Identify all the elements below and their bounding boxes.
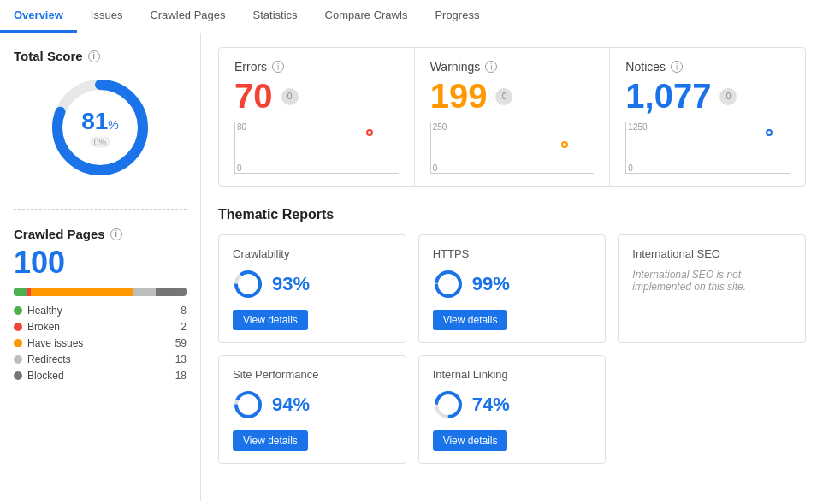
issues-dot xyxy=(14,339,22,347)
crawlability-pct: 93% xyxy=(272,273,310,295)
tab-bar: Overview Issues Crawled Pages Statistics… xyxy=(0,0,823,33)
pages-progress-bar xyxy=(14,288,187,296)
legend-have-issues: Have issues 59 xyxy=(14,337,187,349)
score-circle: 81% 0% xyxy=(44,72,156,183)
notices-delta: 0 xyxy=(719,88,737,105)
warnings-chart-min: 0 xyxy=(433,163,438,173)
notices-chart-dot xyxy=(766,129,773,136)
errors-chart-max: 80 xyxy=(237,122,246,132)
report-internal-linking: Internal Linking 74% View details xyxy=(418,355,607,464)
warnings-chart-max: 250 xyxy=(433,122,447,132)
https-title: HTTPS xyxy=(433,247,592,260)
total-score-title: Total Score i xyxy=(14,49,187,63)
errors-title: Errors xyxy=(234,60,267,74)
score-pct: % xyxy=(108,118,118,132)
site-perf-pct: 94% xyxy=(272,394,310,416)
reports-grid-row1: Crawlability 93% View details xyxy=(218,234,806,343)
svg-point-7 xyxy=(236,393,260,417)
tab-crawled-pages[interactable]: Crawled Pages xyxy=(136,0,239,33)
redirects-dot xyxy=(14,355,22,364)
healthy-dot xyxy=(14,306,22,315)
https-view-details[interactable]: View details xyxy=(433,310,508,330)
site-perf-title: Site Performance xyxy=(233,368,392,381)
notices-title: Notices xyxy=(625,60,666,74)
crawlability-donut xyxy=(233,269,263,299)
errors-delta: 0 xyxy=(281,88,299,105)
site-perf-donut xyxy=(233,389,263,420)
score-value: 81 xyxy=(81,108,108,134)
metric-notices: Notices i 1,077 0 1250 0 xyxy=(610,48,805,186)
total-score-section: Total Score i 81% 0% xyxy=(14,49,187,192)
reports-grid-row2: Site Performance 94% View details xyxy=(218,355,806,464)
legend-healthy: Healthy 8 xyxy=(14,305,187,317)
pages-legend: Healthy 8 Broken 2 Have issues xyxy=(14,305,187,382)
tab-overview[interactable]: Overview xyxy=(0,0,77,33)
errors-chart: 80 0 xyxy=(234,122,399,174)
internal-linking-title: Internal Linking xyxy=(433,368,592,381)
intl-seo-message: International SEO is not implemented on … xyxy=(632,269,791,293)
metric-errors: Errors i 70 0 80 0 xyxy=(219,48,415,186)
https-donut xyxy=(433,269,464,299)
warnings-delta: 0 xyxy=(495,88,512,105)
tab-progress[interactable]: Progress xyxy=(421,0,493,33)
notices-chart: 1250 0 xyxy=(625,122,790,174)
crawlability-view-details[interactable]: View details xyxy=(233,310,308,330)
broken-label: Broken xyxy=(27,321,60,333)
pb-blocked xyxy=(156,288,187,296)
broken-dot xyxy=(14,323,22,331)
svg-point-5 xyxy=(436,272,460,296)
issues-label: Have issues xyxy=(27,337,83,349)
blocked-dot xyxy=(14,371,22,380)
notices-chart-max: 1250 xyxy=(628,122,647,132)
thematic-reports-section: Thematic Reports Crawlability 93% xyxy=(218,207,806,464)
notices-info-icon[interactable]: i xyxy=(671,61,683,73)
total-score-info-icon[interactable]: i xyxy=(88,50,100,62)
pb-issues xyxy=(31,288,133,296)
errors-chart-dot xyxy=(366,129,373,136)
report-https: HTTPS 99% View details xyxy=(418,234,607,343)
tab-compare-crawls[interactable]: Compare Crawls xyxy=(311,0,422,33)
score-inner: 81% 0% xyxy=(81,108,119,148)
notices-chart-min: 0 xyxy=(628,163,633,173)
thematic-reports-heading: Thematic Reports xyxy=(218,207,806,222)
tab-statistics[interactable]: Statistics xyxy=(240,0,311,33)
crawled-pages-section: Crawled Pages i 100 Healthy 8 xyxy=(14,227,187,382)
crawlability-title: Crawlability xyxy=(233,247,392,260)
report-international-seo: International SEO International SEO is n… xyxy=(618,234,806,343)
crawled-pages-title: Crawled Pages i xyxy=(14,227,187,241)
report-empty xyxy=(618,355,806,464)
score-circle-container: 81% 0% xyxy=(14,63,187,192)
legend-blocked: Blocked 18 xyxy=(14,370,187,382)
report-site-performance: Site Performance 94% View details xyxy=(218,355,406,464)
right-panel: Errors i 70 0 80 0 Warnings i xyxy=(201,33,823,501)
left-panel: Total Score i 81% 0% Crawle xyxy=(0,33,201,501)
legend-broken: Broken 2 xyxy=(14,321,187,333)
errors-value: 70 xyxy=(234,77,273,116)
https-pct: 99% xyxy=(472,273,510,295)
warnings-value: 199 xyxy=(430,77,488,116)
redirects-label: Redirects xyxy=(27,353,71,365)
errors-chart-min: 0 xyxy=(237,163,242,173)
warnings-title: Warnings xyxy=(430,60,481,74)
main-layout: Total Score i 81% 0% Crawle xyxy=(0,33,823,501)
tab-issues[interactable]: Issues xyxy=(77,0,137,33)
healthy-count: 8 xyxy=(181,305,187,317)
pb-healthy xyxy=(14,288,27,296)
score-prev: 0% xyxy=(90,137,110,148)
notices-value: 1,077 xyxy=(625,77,711,116)
internal-linking-view-details[interactable]: View details xyxy=(433,430,508,451)
blocked-count: 18 xyxy=(175,370,187,382)
healthy-label: Healthy xyxy=(27,305,62,317)
broken-count: 2 xyxy=(181,321,187,333)
warnings-chart: 250 0 xyxy=(430,122,595,174)
warnings-chart-dot xyxy=(561,141,568,148)
legend-redirects: Redirects 13 xyxy=(14,353,187,365)
metric-warnings: Warnings i 199 0 250 0 xyxy=(415,48,611,186)
report-crawlability: Crawlability 93% View details xyxy=(218,234,406,343)
crawled-pages-info-icon[interactable]: i xyxy=(110,228,122,240)
redirects-count: 13 xyxy=(175,353,187,365)
site-perf-view-details[interactable]: View details xyxy=(233,430,308,451)
warnings-info-icon[interactable]: i xyxy=(485,61,497,73)
pb-redirects xyxy=(133,288,155,296)
errors-info-icon[interactable]: i xyxy=(272,61,284,73)
